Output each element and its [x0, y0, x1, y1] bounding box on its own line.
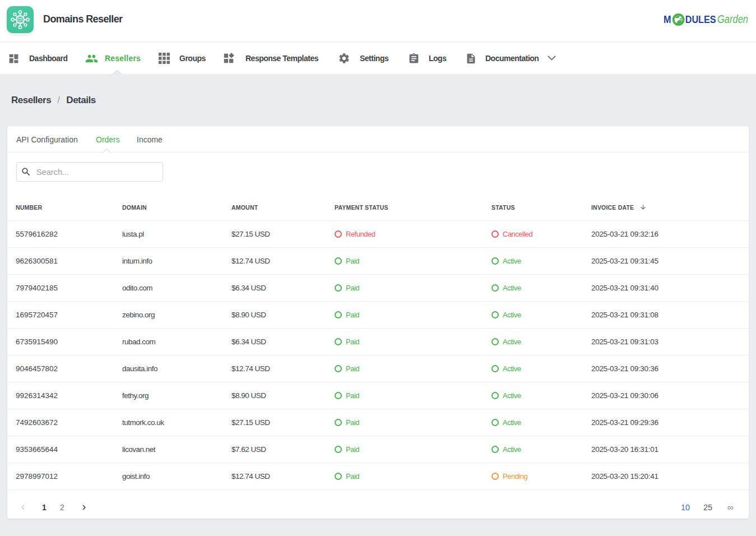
- svg-text:M: M: [664, 13, 671, 25]
- svg-text:Garden: Garden: [717, 13, 748, 25]
- svg-text:DULES: DULES: [685, 13, 716, 25]
